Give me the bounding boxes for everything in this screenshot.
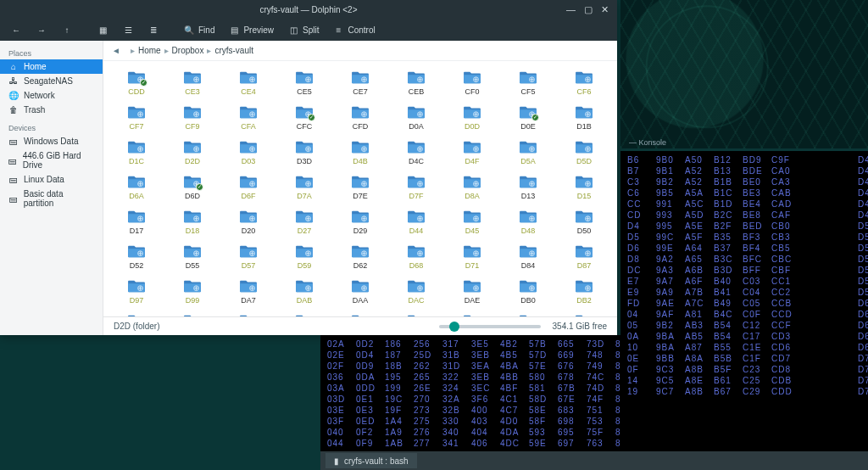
folder-item[interactable]: D48 [500, 207, 556, 238]
sidebar-item[interactable]: 🗑Trash [0, 103, 103, 117]
folder-item[interactable]: D4F [444, 137, 500, 169]
folder-item[interactable]: DAC [388, 277, 444, 308]
folder-item[interactable]: DB0 [500, 277, 556, 308]
back-button[interactable]: ← [5, 24, 27, 36]
folder-item[interactable]: DA7 [220, 277, 276, 308]
folder-item[interactable]: D4B [332, 137, 388, 169]
terminal-right[interactable]: B69B0A50B12BD9C9FD44DF3B79B1A52B13BDECA0… [620, 151, 868, 451]
crumb-dropbox[interactable]: Dropbox [172, 46, 204, 55]
folder-item[interactable]: D20 [220, 207, 276, 238]
folder-item[interactable]: D29 [332, 207, 388, 238]
folder-item[interactable]: D6F [220, 172, 276, 204]
folder-item[interactable]: DB2 [556, 277, 612, 308]
folder-item[interactable]: D2D [164, 137, 220, 169]
folder-item[interactable]: D03 [220, 137, 276, 169]
taskbar-tab[interactable]: ▮ cryfs-vault : bash [326, 453, 417, 468]
folder-label: CE5 [297, 87, 312, 96]
folder-icon [183, 139, 202, 154]
control-button[interactable]: ≡Control [327, 24, 380, 36]
folder-item[interactable]: CFC [276, 103, 332, 134]
sidebar-item[interactable]: ⌂Home [0, 59, 103, 74]
folder-item[interactable]: D3D [276, 137, 332, 169]
up-button[interactable]: ↑ [56, 24, 78, 36]
folder-item[interactable]: CF5 [500, 68, 556, 99]
folder-item[interactable]: CE7 [332, 68, 388, 99]
folder-item[interactable]: DAB [276, 277, 332, 308]
folder-item[interactable]: D4C [388, 137, 444, 169]
folder-item[interactable]: D18 [164, 207, 220, 238]
close-button[interactable]: ✕ [601, 4, 609, 15]
folder-item[interactable]: D71 [444, 242, 500, 273]
folder-item[interactable]: DAA [332, 277, 388, 308]
folder-item[interactable]: D6A [108, 172, 164, 204]
sidebar-item[interactable]: 🖴Basic data partition [0, 187, 103, 210]
folder-item[interactable]: CF7 [108, 103, 164, 134]
folder-item[interactable]: D57 [220, 242, 276, 273]
folder-item[interactable]: CFA [220, 103, 276, 134]
minimize-button[interactable]: — [566, 4, 576, 15]
folder-item[interactable]: D27 [276, 207, 332, 238]
folder-item[interactable]: D87 [556, 242, 612, 273]
sidebar-item[interactable]: 🖴Linux Data [0, 172, 103, 187]
zoom-knob[interactable] [449, 322, 459, 332]
sidebar-item[interactable]: 🖧SeagateNAS [0, 74, 103, 88]
folder-item[interactable]: D84 [500, 242, 556, 273]
folder-item[interactable]: D97 [108, 277, 164, 308]
folder-item[interactable]: D7A [276, 172, 332, 204]
folder-item[interactable]: D6D [164, 172, 220, 204]
folder-item[interactable]: CE4 [220, 68, 276, 99]
folder-item[interactable]: D5D [556, 137, 612, 169]
split-button[interactable]: ◫Split [282, 24, 324, 36]
folder-item[interactable]: D99 [164, 277, 220, 308]
folder-item[interactable]: D44 [388, 207, 444, 238]
folder-item[interactable]: D1C [108, 137, 164, 169]
maximize-button[interactable]: ▢ [584, 4, 593, 15]
folder-item[interactable]: D0D [444, 103, 500, 134]
folder-item[interactable]: D8A [444, 172, 500, 204]
folder-label: D2D [185, 157, 200, 165]
crumb-home[interactable]: Home [138, 46, 161, 55]
folder-item[interactable]: CEB [388, 68, 444, 99]
folder-item[interactable]: D0E [500, 103, 556, 134]
folder-item[interactable]: D0A [388, 103, 444, 134]
folder-item[interactable]: D15 [556, 172, 612, 204]
folder-item[interactable]: D5A [500, 137, 556, 169]
view-icons-button[interactable]: ▦ [92, 24, 114, 36]
folder-item[interactable]: D45 [444, 207, 500, 238]
sidebar-item[interactable]: 🌐Network [0, 88, 103, 103]
folder-item[interactable]: DAE [444, 277, 500, 308]
terminal-bottom[interactable]: 02A0D21862563173E54B257B66573D81F02E0D41… [320, 335, 620, 451]
view-details-button[interactable]: ≣ [142, 24, 164, 36]
folder-item[interactable]: CF6 [556, 68, 612, 99]
konsole-window[interactable]: — Konsole [620, 0, 868, 148]
folder-item[interactable]: CE5 [276, 68, 332, 99]
folder-item[interactable]: D62 [332, 242, 388, 273]
sidebar-item[interactable]: 🖴446.6 GiB Hard Drive [0, 148, 103, 172]
folder-item[interactable]: D59 [276, 242, 332, 273]
title-bar[interactable]: cryfs-vault — Dolphin <2> — ▢ ✕ [0, 0, 617, 19]
folder-item[interactable]: CE3 [164, 68, 220, 99]
folder-item[interactable]: D50 [556, 207, 612, 238]
taskbar[interactable]: ▮ cryfs-vault : bash [320, 451, 868, 470]
folder-item[interactable]: D52 [108, 242, 164, 273]
folder-item[interactable]: D13 [500, 172, 556, 204]
folder-item[interactable]: CF9 [164, 103, 220, 134]
forward-button[interactable]: → [31, 24, 53, 36]
folder-item[interactable]: CF0 [444, 68, 500, 99]
folder-item[interactable]: D17 [108, 207, 164, 238]
zoom-slider[interactable] [439, 325, 541, 328]
breadcrumb-back-icon[interactable]: ◄ [112, 46, 120, 55]
folder-item[interactable]: CFD [332, 103, 388, 134]
find-button[interactable]: 🔍Find [178, 24, 220, 36]
preview-button[interactable]: ▤Preview [223, 24, 279, 36]
folder-item[interactable]: D68 [388, 242, 444, 273]
icon-view[interactable]: CDDCE3CE4CE5CE7CEBCF0CF5CF6CF7CF9CFACFCC… [103, 61, 617, 316]
crumb-vault[interactable]: cryfs-vault [214, 46, 253, 55]
folder-item[interactable]: D55 [164, 242, 220, 273]
folder-item[interactable]: D7F [388, 172, 444, 204]
folder-item[interactable]: CDD [108, 68, 164, 99]
folder-item[interactable]: D7E [332, 172, 388, 204]
sidebar-item[interactable]: 🖴Windows Data [0, 134, 103, 148]
view-compact-button[interactable]: ☰ [117, 24, 139, 36]
folder-item[interactable]: D1B [556, 103, 612, 134]
